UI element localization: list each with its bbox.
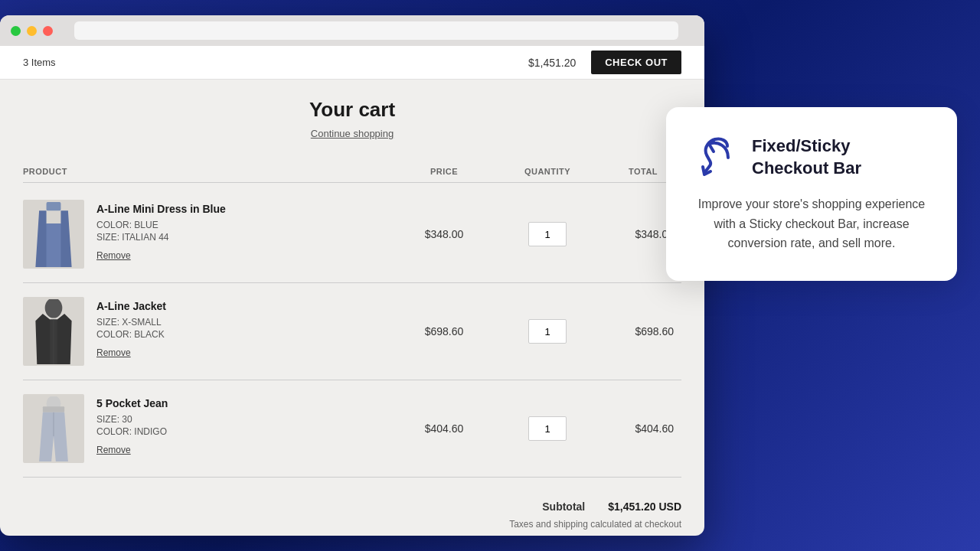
svg-rect-0 xyxy=(47,202,61,210)
cart-item-3: 5 Pocket Jean Size: 30 Color: Indigo Rem… xyxy=(23,380,681,478)
item-name-2: A-Line Jacket xyxy=(96,300,166,312)
traffic-light-red[interactable] xyxy=(43,26,53,36)
remove-item-2[interactable]: Remove xyxy=(96,347,131,358)
subtotal-row: Subtotal $1,451.20 USD xyxy=(542,500,681,513)
browser-titlebar xyxy=(0,15,704,46)
item-image-1 xyxy=(23,200,84,269)
subtotal-label: Subtotal xyxy=(542,500,585,513)
item-attr-size-3: Size: 30 xyxy=(96,414,168,425)
item-total-2: $698.60 xyxy=(605,325,681,337)
item-total-3: $404.60 xyxy=(605,422,681,435)
sticky-right-section: $1,451.20 CHECK OUT xyxy=(528,51,681,74)
cart-title: Your cart xyxy=(23,98,681,122)
remove-item-3[interactable]: Remove xyxy=(96,445,131,455)
item-name-3: 5 Pocket Jean xyxy=(96,397,168,409)
browser-address-bar[interactable] xyxy=(74,21,678,40)
item-qty-3 xyxy=(490,416,605,441)
tax-note: Taxes and shipping calculated at checkou… xyxy=(509,519,681,530)
cart-item-1: A-Line Mini Dress in Blue COLOR: Blue SI… xyxy=(23,186,681,283)
item-image-2 xyxy=(23,297,84,366)
item-price-2: $698.60 xyxy=(398,325,490,337)
cart-summary: Subtotal $1,451.20 USD Taxes and shippin… xyxy=(23,500,681,536)
continue-shopping-link[interactable]: Continue shopping xyxy=(23,128,681,139)
info-card: Fixed/Sticky Checkout Bar Improve your s… xyxy=(666,107,957,281)
traffic-light-green[interactable] xyxy=(11,26,21,36)
item-qty-1 xyxy=(490,222,605,246)
quantity-col-header: QUANTITY xyxy=(490,167,605,176)
sticky-price: $1,451.20 xyxy=(528,57,576,69)
item-details-1: A-Line Mini Dress in Blue COLOR: Blue SI… xyxy=(96,200,226,262)
sticky-checkout-button[interactable]: CHECK OUT xyxy=(591,51,681,74)
browser-window: 3 Items $1,451.20 CHECK OUT Your cart Co… xyxy=(0,15,704,536)
remove-item-1[interactable]: Remove xyxy=(96,250,131,261)
product-col-header: PRODUCT xyxy=(23,167,398,176)
item-attr-size-2: Size: X-Small xyxy=(96,317,166,328)
info-card-header: Fixed/Sticky Checkout Bar xyxy=(694,135,929,181)
price-col-header: PRICE xyxy=(398,167,490,176)
sticky-checkout-bar: 3 Items $1,451.20 CHECK OUT xyxy=(0,46,704,80)
info-card-description: Improve your store's shopping experience… xyxy=(694,194,929,253)
qty-input-2[interactable] xyxy=(528,319,567,344)
item-info-1: A-Line Mini Dress in Blue COLOR: Blue SI… xyxy=(23,200,398,269)
item-image-3 xyxy=(23,394,84,463)
info-card-title: Fixed/Sticky Checkout Bar xyxy=(752,135,929,179)
item-details-3: 5 Pocket Jean Size: 30 Color: Indigo Rem… xyxy=(96,394,168,456)
item-info-2: A-Line Jacket Size: X-Small Color: Black… xyxy=(23,297,398,366)
svg-rect-4 xyxy=(43,406,64,412)
cart-item-2: A-Line Jacket Size: X-Small Color: Black… xyxy=(23,283,681,380)
item-attr-color-1: COLOR: Blue xyxy=(96,220,226,230)
item-price-1: $348.00 xyxy=(398,228,490,240)
cart-table-header: PRODUCT PRICE QUANTITY TOTAL xyxy=(23,161,681,183)
traffic-light-yellow[interactable] xyxy=(27,26,37,36)
qty-input-3[interactable] xyxy=(528,416,567,441)
qty-input-1[interactable] xyxy=(528,222,567,246)
item-price-3: $404.60 xyxy=(398,422,490,435)
item-qty-2 xyxy=(490,319,605,344)
svg-point-1 xyxy=(45,299,63,318)
cart-content: Your cart Continue shopping PRODUCT PRIC… xyxy=(0,80,704,536)
item-info-3: 5 Pocket Jean Size: 30 Color: Indigo Rem… xyxy=(23,394,398,463)
sticky-items-count: 3 Items xyxy=(23,57,56,68)
arrow-icon xyxy=(694,135,740,181)
subtotal-value: $1,451.20 USD xyxy=(608,500,681,513)
item-attr-color-2: Color: Black xyxy=(96,329,166,340)
item-details-2: A-Line Jacket Size: X-Small Color: Black… xyxy=(96,297,166,359)
item-name-1: A-Line Mini Dress in Blue xyxy=(96,203,226,215)
item-attr-size-1: SIZE: Italian 44 xyxy=(96,232,226,243)
item-attr-color-3: Color: Indigo xyxy=(96,426,168,437)
